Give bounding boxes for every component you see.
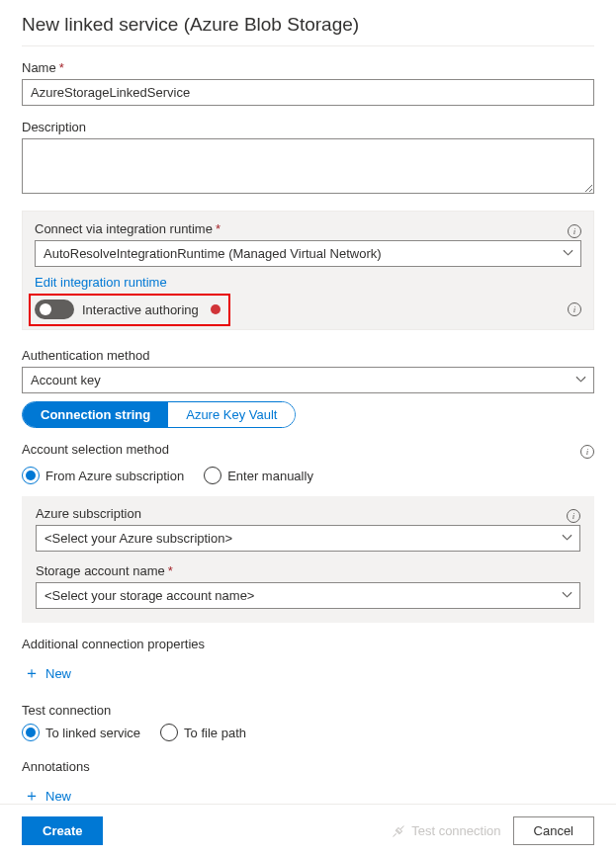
- radio-to-linked-service[interactable]: To linked service: [22, 724, 140, 741]
- azure-subscription-label: Azure subscription: [36, 506, 567, 521]
- radio-enter-manually[interactable]: Enter manually: [204, 467, 313, 484]
- create-button[interactable]: Create: [22, 816, 103, 845]
- info-icon[interactable]: i: [580, 445, 594, 459]
- interactive-authoring-label: Interactive authoring: [82, 302, 199, 317]
- name-input[interactable]: [22, 79, 594, 106]
- plus-icon: ＋: [24, 788, 40, 804]
- auth-method-select[interactable]: Account key: [22, 367, 594, 393]
- storage-account-label: Storage account name*: [36, 563, 580, 578]
- radio-label: From Azure subscription: [45, 469, 184, 483]
- add-connection-property-button[interactable]: ＋ New: [22, 661, 73, 685]
- storage-account-select[interactable]: <Select your storage account name>: [36, 582, 580, 609]
- interactive-authoring-toggle[interactable]: [35, 300, 74, 319]
- info-icon[interactable]: i: [568, 302, 581, 316]
- panel-title: New linked service (Azure Blob Storage): [22, 14, 594, 46]
- test-connection-label: Test connection: [22, 703, 594, 718]
- azure-account-subsection: Azure subscription i <Select your Azure …: [22, 496, 594, 623]
- tab-connection-string[interactable]: Connection string: [23, 402, 168, 427]
- status-dot-icon: [211, 304, 220, 314]
- radio-to-file-path[interactable]: To file path: [160, 724, 246, 741]
- radio-from-azure-subscription[interactable]: From Azure subscription: [22, 467, 184, 484]
- annotations-label: Annotations: [22, 759, 594, 774]
- tab-azure-key-vault[interactable]: Azure Key Vault: [168, 402, 295, 427]
- radio-label: To linked service: [45, 726, 140, 740]
- account-selection-label: Account selection method: [22, 442, 580, 457]
- cancel-button[interactable]: Cancel: [513, 816, 594, 845]
- name-label: Name*: [22, 60, 594, 75]
- edit-integration-runtime-link[interactable]: Edit integration runtime: [35, 275, 167, 290]
- required-asterisk: *: [59, 60, 64, 75]
- description-label: Description: [22, 120, 594, 134]
- integration-runtime-label: Connect via integration runtime*: [35, 221, 568, 236]
- azure-subscription-select[interactable]: <Select your Azure subscription>: [36, 525, 580, 552]
- integration-runtime-section: Connect via integration runtime* i AutoR…: [22, 211, 594, 330]
- radio-label: To file path: [184, 726, 246, 740]
- test-connection-button: Test connection: [392, 823, 500, 838]
- credential-source-tabs: Connection string Azure Key Vault: [22, 401, 296, 428]
- radio-label: Enter manually: [227, 469, 313, 483]
- integration-runtime-select[interactable]: AutoResolveIntegrationRuntime (Managed V…: [35, 240, 581, 267]
- additional-connection-properties-label: Additional connection properties: [22, 637, 594, 651]
- description-textarea[interactable]: [22, 138, 594, 194]
- info-icon[interactable]: i: [567, 509, 580, 523]
- plug-icon: [392, 824, 405, 838]
- plus-icon: ＋: [24, 665, 40, 681]
- info-icon[interactable]: i: [568, 224, 581, 238]
- panel-footer: Create Test connection Cancel: [0, 804, 616, 857]
- auth-method-label: Authentication method: [22, 348, 594, 363]
